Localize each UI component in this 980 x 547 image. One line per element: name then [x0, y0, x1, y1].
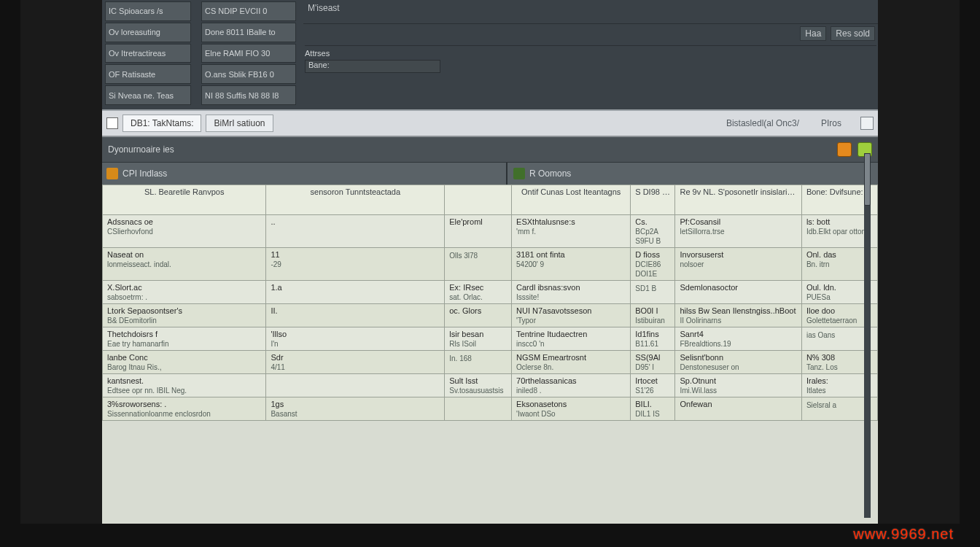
- table-cell: Onfewan: [675, 397, 801, 421]
- table-cell: 3%sroworsens: .Sissennationloanme enclos…: [103, 397, 266, 421]
- table-cell: Ex: IRsecsat. Orlac.: [445, 281, 512, 304]
- tab-taknames[interactable]: DB1: TakNtams:: [122, 115, 201, 132]
- top-list2-row[interactable]: Elne RAMI FIO 30: [201, 44, 296, 63]
- table-row[interactable]: Thetchdoisrs fEae try hamanarfin'IllsoI'…: [103, 327, 878, 351]
- app-screen: IC Spioacars /s Ov loreasuting Ov Itretr…: [102, 0, 878, 524]
- table-cell: NUI N7asavotsseson'Typor: [512, 304, 631, 327]
- top-list1-row[interactable]: IC Spioacars /s: [105, 1, 191, 21]
- scrollbar-thumb[interactable]: [864, 153, 871, 206]
- table-row[interactable]: Adssnacs oeCSlierhovfond..Ele'promlESXth…: [103, 215, 878, 248]
- table-cell: Naseat onlonmeisseact. indal.: [103, 248, 266, 281]
- table-cell: BILI.DIL1 IS: [631, 397, 675, 421]
- btn-res-sold[interactable]: Res sold: [831, 26, 875, 41]
- table-cell: Eksonasetons'Iwaont DSo: [512, 397, 631, 421]
- top-list2-row[interactable]: O.ans Sblik FB16 0: [201, 64, 296, 84]
- top-right-pane: M'iseast Haa Res sold Attrses Bane:: [303, 0, 878, 106]
- table-cell: Sp.OtnuntImi.Wil.lass: [675, 374, 801, 397]
- grid-scroll[interactable]: SL. Bearetile Ranvpos sensoron Tunntstea…: [102, 185, 878, 524]
- panel-head-row: CPI Indlass R Oomons: [102, 163, 878, 185]
- toolbar-checkbox[interactable]: [106, 117, 118, 129]
- scrollbar[interactable]: [864, 153, 871, 518]
- table-cell: In. 168: [445, 351, 512, 374]
- table-cell: 3181 ont finta54200' 9: [512, 248, 631, 281]
- col-ranvpos[interactable]: SL. Bearetile Ranvpos: [103, 185, 266, 215]
- monitor-bezel: IC Spioacars /s Ov loreasuting Ov Itretr…: [0, 0, 980, 547]
- col-codes[interactable]: S DI98 B90 I: [631, 185, 675, 215]
- table-row[interactable]: 3%sroworsens: .Sissennationloanme enclos…: [103, 397, 878, 421]
- table-cell: 1.a: [266, 281, 445, 304]
- top-list2-row[interactable]: NI 88 Suffis N8 88 I8: [201, 85, 296, 105]
- table-cell: NGSM EmeartrosntOclerse 8n.: [512, 351, 631, 374]
- table-cell: 70rthelassanicasiniled8 .: [512, 374, 631, 397]
- alert-icon[interactable]: [837, 142, 852, 157]
- panel-head-left-label: CPI Indlass: [122, 168, 167, 179]
- table-row[interactable]: kantsnest.Edtsee opr nn. IBIL Neg.Sult I…: [103, 374, 878, 397]
- table-cell: Ltork Sepaosontser'sB& DEomitorlin: [103, 304, 266, 327]
- table-cell: X.Slort.acsabsoetrm: .: [103, 281, 266, 304]
- table-row[interactable]: Ltork Sepaosontser'sB& DEomitorlinII.oc.…: [103, 304, 878, 327]
- table-row[interactable]: X.Slort.acsabsoetrm: .1.aEx: IRsecsat. O…: [103, 281, 878, 304]
- top-list1-row[interactable]: Ov loreasuting: [105, 23, 191, 42]
- top-right-field: Attrses Bane:: [305, 45, 876, 73]
- col-sub[interactable]: [445, 185, 512, 215]
- table-cell: Tentrine Itudaectreninscc0 'n: [512, 327, 631, 351]
- table-cell: BO0I IIstibuiran: [631, 304, 675, 327]
- table-cell: SS(9AlD95' I: [631, 351, 675, 374]
- table-cell: Invorsuserstnolsoer: [675, 248, 801, 281]
- top-list2-row[interactable]: CS NDIP EVCII 0: [201, 1, 296, 21]
- table-cell: ..: [266, 215, 445, 248]
- folder-icon: [106, 168, 118, 179]
- table-cell: Olls 3l78: [445, 248, 512, 281]
- table-cell: [445, 397, 512, 421]
- section-bar: Dyonurnoaire ies: [102, 137, 878, 163]
- panel-head-left[interactable]: CPI Indlass: [102, 168, 505, 179]
- col-sensor[interactable]: sensoron Tunntsteactada: [266, 185, 445, 215]
- table-cell: IrtocetS1'26: [631, 374, 675, 397]
- data-grid: SL. Bearetile Ranvpos sensoron Tunntstea…: [102, 185, 878, 421]
- table-cell: [266, 374, 445, 397]
- table-cell: Thetchdoisrs fEae try hamanarfin: [103, 327, 266, 351]
- table-cell: Adssnacs oeCSlierhovfond: [103, 215, 266, 248]
- table-cell: hilss Bw Sean Ilenstngiss..hBootII Oolir…: [675, 304, 801, 327]
- panel-head-right[interactable]: R Oomons: [509, 168, 571, 179]
- btn-haa[interactable]: Haa: [800, 26, 826, 41]
- col-ontif[interactable]: Ontif Cunas Lost Iteantagns: [512, 185, 631, 215]
- record-icon: [513, 168, 525, 179]
- toolbar-piros: PIros: [821, 118, 841, 128]
- table-cell: oc. Glors: [445, 304, 512, 327]
- table-cell: Sdr4/11: [266, 351, 445, 374]
- field-label: Attrses: [305, 49, 330, 58]
- top-list-col2: CS NDIP EVCII 0 Done 8011 IBalle to Elne…: [198, 0, 298, 106]
- top-list1-row[interactable]: Si Nveaa ne. Teas: [105, 85, 191, 105]
- table-cell: Ele'proml: [445, 215, 512, 248]
- table-cell: SD1 B: [631, 281, 675, 304]
- top-panel: IC Spioacars /s Ov loreasuting Ov Itretr…: [102, 0, 878, 109]
- tab-satiuon[interactable]: BiMrI satiuon: [206, 115, 273, 132]
- table-cell: Sult IsstSv.tosausuastsis: [445, 374, 512, 397]
- table-cell: Cs.BCp2AS9FU B: [631, 215, 675, 248]
- table-cell: kantsnest.Edtsee opr nn. IBIL Neg.: [103, 374, 266, 397]
- panel-head-right-label: R Oomons: [529, 168, 571, 179]
- table-cell: Cardl ibsnas:svonIsssite!: [512, 281, 631, 304]
- top-list2-row[interactable]: Done 8011 IBalle to: [201, 23, 296, 42]
- top-list1-row[interactable]: Ov Itretractireas: [105, 44, 191, 63]
- toolbar-mini-button[interactable]: [860, 117, 874, 130]
- table-cell: D fiossDCIE86DOI1E: [631, 248, 675, 281]
- top-right-title: M'iseast: [303, 0, 878, 24]
- table-cell: lanbe ConcBarog Itnau Ris.,: [103, 351, 266, 374]
- table-row[interactable]: lanbe ConcBarog Itnau Ris.,Sdr4/11In. 16…: [103, 351, 878, 374]
- field-value[interactable]: Bane:: [305, 60, 440, 73]
- table-cell: Selisnt'bonnDenstonesuser on: [675, 351, 801, 374]
- toolbar: DB1: TakNtams: BiMrI satiuon Bistasledl(…: [102, 109, 878, 137]
- col-spons[interactable]: Re 9v NL. S'posonetIr insislarirdses ons: [675, 185, 801, 215]
- top-list1-row[interactable]: OF Ratisaste: [105, 64, 191, 84]
- table-cell: 11-29: [266, 248, 445, 281]
- grid-header-row: SL. Bearetile Ranvpos sensoron Tunntstea…: [103, 185, 878, 215]
- table-cell: 'IllsoI'n: [266, 327, 445, 351]
- table-cell: Id1finsB11.61: [631, 327, 675, 351]
- table-cell: lsir besanRls ISoil: [445, 327, 512, 351]
- table-cell: Pf:CosansilletSillorra.trse: [675, 215, 801, 248]
- table-row[interactable]: Naseat onlonmeisseact. indal.11-29Olls 3…: [103, 248, 878, 281]
- table-cell: ESXthtalusnse:s'mm f.: [512, 215, 631, 248]
- section-title: Dyonurnoaire ies: [108, 144, 174, 155]
